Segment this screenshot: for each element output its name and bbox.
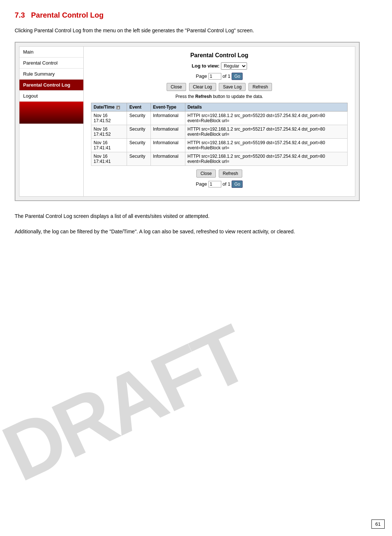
sort-icon-datetime: ▲ (116, 106, 120, 109)
go-button-bottom[interactable]: Go (232, 181, 243, 188)
cell-datetime: Nov 16 17:41:52 (91, 112, 127, 125)
page-label-bottom: Page (196, 181, 207, 187)
page-label-top: Page (196, 73, 207, 79)
desc-paragraph-2: Additionally, the log can be filtered by… (15, 227, 377, 236)
cell-event: Security (127, 152, 150, 166)
cell-datetime: Nov 16 17:41:41 (91, 139, 127, 152)
of-label-bottom: of (222, 181, 226, 187)
log-table: Date/Time ▲ Event Event-Type Details Nov… (91, 103, 348, 166)
page-section-title: 7.3 Parental Control Log (15, 11, 377, 19)
cell-event-type: Informational (150, 125, 185, 139)
th-datetime[interactable]: Date/Time ▲ (91, 103, 127, 112)
table-row: Nov 16 17:41:41SecurityInformationalHTTP… (91, 139, 348, 152)
sidebar-item-logout[interactable]: Logout (19, 91, 83, 102)
log-to-view-label: Log to view: (192, 63, 219, 69)
table-header-row: Date/Time ▲ Event Event-Type Details (91, 103, 348, 112)
save-log-button[interactable]: Save Log (219, 83, 246, 91)
intro-paragraph: Clicking Parental Control Log from the m… (15, 27, 377, 34)
cell-event-type: Informational (150, 112, 185, 125)
sidebar: Main Parental Control Rule Summary Paren… (19, 47, 84, 196)
th-event: Event (127, 103, 150, 112)
screenshot-container: Main Parental Control Rule Summary Paren… (15, 42, 360, 201)
sidebar-item-parental-control-log[interactable]: Parental Control Log (19, 80, 83, 91)
cell-details: HTTPI src=192.168.1.2 src_port=55199 dst… (185, 139, 347, 152)
refresh-button-top[interactable]: Refresh (248, 83, 272, 91)
sidebar-item-rule-summary[interactable]: Rule Summary (19, 69, 83, 80)
cell-datetime: Nov 16 17:41:41 (91, 152, 127, 166)
cell-datetime: Nov 16 17:41:52 (91, 125, 127, 139)
go-button-top[interactable]: Go (232, 73, 243, 80)
screen-inner: Main Parental Control Rule Summary Paren… (19, 46, 355, 197)
table-row: Nov 16 17:41:52SecurityInformationalHTTP… (91, 125, 348, 139)
cell-details: HTTPI src=192.168.1.2 src_port=55217 dst… (185, 125, 347, 139)
desc-paragraph-1: The Parental Control Log screen displays… (15, 212, 377, 220)
cell-event-type: Informational (150, 139, 185, 152)
of-value-top: 1 (228, 73, 231, 79)
content-area: Parental Control Log Log to view: Regula… (84, 47, 355, 196)
refresh-button-bottom[interactable]: Refresh (219, 169, 242, 178)
close-button-top[interactable]: Close (167, 83, 186, 91)
page-nav-top: Page of 1 Go (91, 73, 348, 80)
sidebar-item-main[interactable]: Main (19, 47, 83, 58)
page-number: 61 (371, 519, 385, 529)
cell-event: Security (127, 112, 150, 125)
sidebar-item-parental-control[interactable]: Parental Control (19, 58, 83, 69)
log-to-view-select[interactable]: Regular (221, 62, 247, 70)
log-screen-title: Parental Control Log (91, 52, 348, 59)
close-button-bottom[interactable]: Close (196, 169, 216, 178)
cell-event: Security (127, 125, 150, 139)
refresh-note: Press the Refresh button to update the d… (91, 94, 348, 99)
page-input-top[interactable] (208, 73, 221, 80)
watermark: DRAFT (15, 275, 235, 532)
buttons-bottom-row: Close Refresh (91, 169, 348, 178)
clear-log-button[interactable]: Clear Log (189, 83, 216, 91)
of-label-top: of (222, 73, 226, 79)
th-details: Details (185, 103, 347, 112)
cell-details: HTTPI src=192.168.1.2 src_port=55220 dst… (185, 112, 347, 125)
log-to-view-row: Log to view: Regular (91, 62, 348, 70)
page-nav-bottom: Page of 1 Go (91, 181, 348, 188)
buttons-top-row: Close Clear Log Save Log Refresh (91, 83, 348, 91)
of-value-bottom: 1 (228, 181, 231, 187)
th-event-type: Event-Type (150, 103, 185, 112)
cell-details: HTTPI src=192.168.1.2 src_port=55200 dst… (185, 152, 347, 166)
page-input-bottom[interactable] (208, 181, 221, 187)
cell-event: Security (127, 139, 150, 152)
table-row: Nov 16 17:41:52SecurityInformationalHTTP… (91, 112, 348, 125)
cell-event-type: Informational (150, 152, 185, 166)
sidebar-gradient (19, 102, 83, 124)
table-row: Nov 16 17:41:41SecurityInformationalHTTP… (91, 152, 348, 166)
